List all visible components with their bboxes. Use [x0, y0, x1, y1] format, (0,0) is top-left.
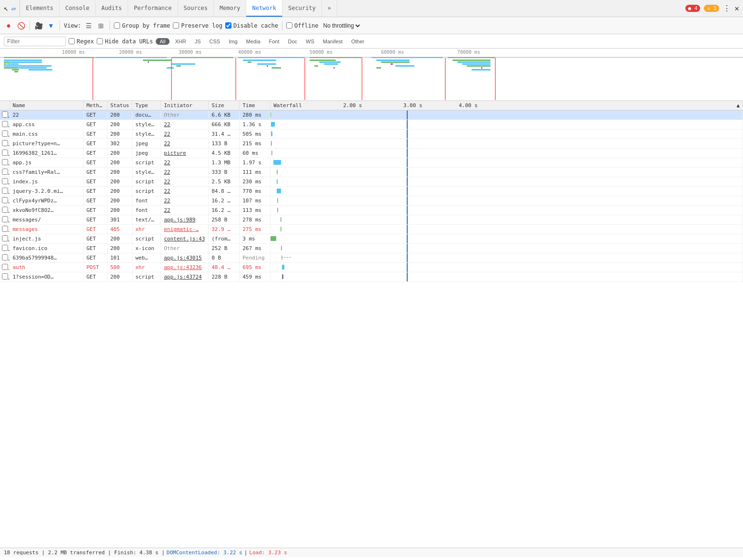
regex-label[interactable]: Regex: [69, 38, 94, 45]
row-checkbox-cell[interactable]: [0, 158, 10, 168]
row-initiator[interactable]: enigmatic-…: [161, 225, 209, 234]
row-checkbox-cell[interactable]: [0, 206, 10, 215]
row-name[interactable]: app.js: [10, 158, 83, 168]
row-name[interactable]: inject.js: [10, 234, 83, 244]
row-name[interactable]: favicon.ico: [10, 244, 83, 253]
row-checkbox[interactable]: [2, 111, 8, 118]
row-initiator[interactable]: app.js:43724: [161, 272, 209, 282]
filter-img-button[interactable]: Img: [226, 38, 240, 45]
filter-doc-button[interactable]: Doc: [285, 38, 301, 45]
row-checkbox-cell[interactable]: [0, 187, 10, 196]
row-name[interactable]: app.css: [10, 120, 83, 130]
stop-button[interactable]: 🚫: [16, 21, 26, 30]
th-size[interactable]: Size: [209, 101, 240, 110]
regex-checkbox[interactable]: [69, 38, 75, 44]
table-row[interactable]: clFypx4yrWPDz…GET200font2216.2 …107 ms: [0, 196, 743, 206]
row-name[interactable]: 22: [10, 110, 83, 120]
filter-ws-button[interactable]: WS: [303, 38, 317, 45]
row-name[interactable]: messages: [10, 225, 83, 234]
row-initiator[interactable]: 22: [161, 177, 209, 187]
row-checkbox[interactable]: [2, 140, 8, 146]
offline-checkbox[interactable]: [286, 22, 292, 29]
row-checkbox[interactable]: [2, 235, 8, 241]
group-by-frame-label[interactable]: Group by frame: [114, 22, 170, 29]
row-checkbox[interactable]: [2, 245, 8, 251]
row-checkbox-cell[interactable]: [0, 225, 10, 234]
table-row[interactable]: jquery-3.2.0.mi…GET200script2284.8 …770 …: [0, 187, 743, 196]
device-icon[interactable]: ▱: [11, 4, 16, 13]
tab-network[interactable]: Network: [246, 0, 282, 17]
table-row[interactable]: favicon.icoGET200x-iconOther252 B267 ms: [0, 244, 743, 253]
row-initiator[interactable]: 22: [161, 139, 209, 149]
row-initiator[interactable]: app.js:989: [161, 215, 209, 225]
row-name[interactable]: main.css: [10, 130, 83, 139]
disable-cache-checkbox[interactable]: [225, 22, 231, 29]
tab-audits[interactable]: Audits: [96, 0, 128, 17]
row-checkbox[interactable]: [2, 159, 8, 165]
row-checkbox-cell[interactable]: [0, 196, 10, 206]
tab-more[interactable]: »: [322, 0, 337, 17]
table-row[interactable]: index.jsGET200script222.5 KB230 ms: [0, 177, 743, 187]
row-checkbox-cell[interactable]: [0, 253, 10, 263]
th-type[interactable]: Type: [132, 101, 161, 110]
record-button[interactable]: ●: [4, 21, 13, 30]
row-checkbox-cell[interactable]: [0, 215, 10, 225]
row-initiator[interactable]: app.js:43236: [161, 263, 209, 272]
tab-elements[interactable]: Elements: [20, 0, 60, 17]
disable-cache-label[interactable]: Disable cache: [225, 22, 278, 29]
filter-js-button[interactable]: JS: [192, 38, 204, 45]
tab-security[interactable]: Security: [282, 0, 322, 17]
cursor-icon[interactable]: ↖: [4, 4, 9, 13]
table-row[interactable]: picture?type=n…GET302jpeg22133 B215 ms: [0, 139, 743, 149]
row-initiator[interactable]: content.js:43: [161, 234, 209, 244]
table-row[interactable]: app.cssGET200style…22666 KB1.36 s: [0, 120, 743, 130]
row-name[interactable]: auth: [10, 263, 83, 272]
row-checkbox-cell[interactable]: [0, 272, 10, 282]
row-checkbox-cell[interactable]: [0, 130, 10, 139]
row-name[interactable]: index.js: [10, 177, 83, 187]
tab-memory[interactable]: Memory: [214, 0, 246, 17]
table-row[interactable]: 1?session=OD…GET200scriptapp.js:43724228…: [0, 272, 743, 282]
row-checkbox-cell[interactable]: [0, 263, 10, 272]
row-name[interactable]: jquery-3.2.0.mi…: [10, 187, 83, 196]
row-checkbox-cell[interactable]: [0, 168, 10, 177]
row-checkbox[interactable]: [2, 188, 8, 194]
filter-manifest-button[interactable]: Manifest: [320, 38, 346, 45]
row-initiator[interactable]: 22: [161, 187, 209, 196]
row-checkbox[interactable]: [2, 226, 8, 232]
close-icon[interactable]: ✕: [734, 4, 739, 13]
row-checkbox[interactable]: [2, 169, 8, 175]
tab-console[interactable]: Console: [60, 0, 96, 17]
row-checkbox[interactable]: [2, 264, 8, 270]
filter-xhr-button[interactable]: XHR: [172, 38, 189, 45]
table-row[interactable]: 639ba57999948…GET101web…app.js:430150 BP…: [0, 253, 743, 263]
row-checkbox-cell[interactable]: [0, 139, 10, 149]
row-initiator[interactable]: 22: [161, 196, 209, 206]
row-name[interactable]: 16996382_1261…: [10, 149, 83, 158]
row-name[interactable]: css?family=Ral…: [10, 168, 83, 177]
filter-input[interactable]: [4, 37, 66, 46]
preserve-log-label[interactable]: Preserve log: [173, 22, 222, 29]
row-checkbox[interactable]: [2, 150, 8, 156]
table-row[interactable]: 22GET200docu…Other6.6 KB280 ms: [0, 110, 743, 120]
row-name[interactable]: picture?type=n…: [10, 139, 83, 149]
th-initiator[interactable]: Initiator: [161, 101, 209, 110]
row-initiator[interactable]: app.js:43015: [161, 253, 209, 263]
tab-sources[interactable]: Sources: [178, 0, 214, 17]
filter-font-button[interactable]: Font: [266, 38, 282, 45]
grid-view-button[interactable]: ⊞: [96, 21, 106, 30]
filter-icon[interactable]: ▼: [46, 21, 56, 30]
table-row[interactable]: authPOST500xhrapp.js:4323648.4 …695 ms: [0, 263, 743, 272]
table-row[interactable]: css?family=Ral…GET200style…22333 B111 ms: [0, 168, 743, 177]
row-checkbox-cell[interactable]: [0, 234, 10, 244]
row-checkbox-cell[interactable]: [0, 244, 10, 253]
row-name[interactable]: xkvoNo9fC8O2…: [10, 206, 83, 215]
row-checkbox[interactable]: [2, 254, 8, 260]
more-menu-icon[interactable]: ⋮: [723, 4, 731, 13]
row-checkbox[interactable]: [2, 216, 8, 222]
row-checkbox[interactable]: [2, 273, 8, 280]
group-by-frame-checkbox[interactable]: [114, 22, 120, 29]
row-initiator[interactable]: 22: [161, 130, 209, 139]
th-status[interactable]: Status: [107, 101, 132, 110]
row-checkbox-cell[interactable]: [0, 120, 10, 130]
